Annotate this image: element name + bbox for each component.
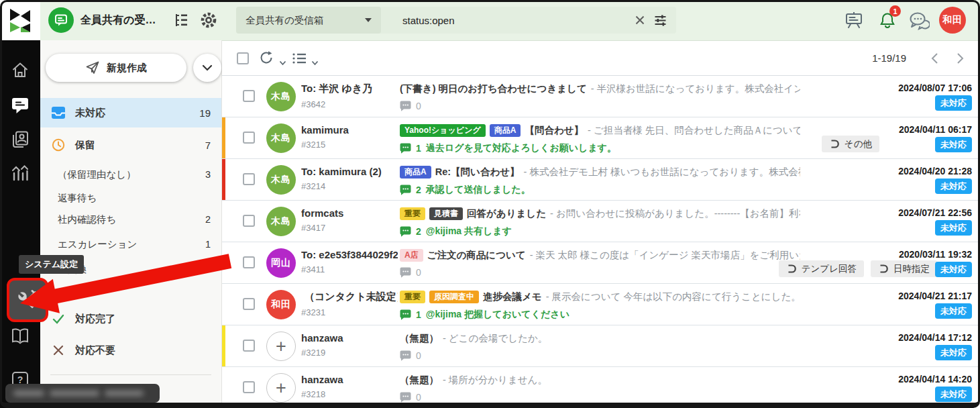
home-icon[interactable] [10, 60, 30, 83]
ticket-main: A店ご注文の商品について - 楽天 太郎 様この度は「インゲージ 楽天市場店」を… [400, 248, 800, 278]
category-chip[interactable]: テンプレ回答 [779, 260, 864, 277]
row-checkbox[interactable] [243, 256, 255, 268]
paper-plane-icon [85, 60, 100, 75]
ticket-row[interactable]: 木島 To: 半沢 ゆき乃 #3642 (下書き) 明日のお打ち合わせにつきまし… [222, 76, 980, 117]
refresh-icon[interactable] [259, 50, 274, 68]
folder-tree-icon[interactable] [173, 12, 189, 31]
comment-count: 2 [416, 185, 421, 195]
ticket-row[interactable]: + hanzawa #3218 （無題） - 場所が分かりません。 [222, 367, 980, 408]
ticket-row[interactable]: + hanzawa #3219 （無題） - どこの会場でしたか。 [222, 325, 980, 367]
ticket-contact: hanzawa #3219 [301, 332, 398, 358]
folder-item-internal-confirmation[interactable]: 社内確認待ち 2 [40, 209, 221, 230]
ticket-name-text: kamimura [301, 124, 349, 136]
row-checkbox[interactable] [243, 340, 255, 352]
row-checkbox[interactable] [243, 132, 255, 144]
folder-label: 未対応 [75, 107, 105, 119]
select-all-checkbox[interactable] [237, 52, 249, 64]
gear-icon[interactable] [200, 11, 217, 32]
next-page-icon[interactable] [957, 52, 964, 67]
row-stripe [222, 242, 225, 283]
subject-line: （無題） - どこの会場でしたか。 [400, 332, 800, 346]
user-avatar[interactable]: 和田 [939, 7, 966, 34]
ticket-contact: formcats #3417 [301, 207, 398, 233]
folder-item-done[interactable]: 対応完了 [40, 307, 221, 331]
comment-text: 承認して送信しました。 [426, 184, 531, 196]
row-checkbox[interactable] [243, 173, 255, 185]
row-checkbox[interactable] [243, 215, 255, 227]
row-stripe [222, 325, 225, 366]
folder-label: 対応完了 [75, 313, 115, 325]
folder-item-waiting-reply[interactable]: 返事待ち [40, 188, 221, 208]
ticket-row[interactable]: 岡山 To: e2e53f3844029f2b12e #3411 A店ご注文の商… [222, 242, 980, 284]
comment-bubble-icon [400, 226, 411, 237]
status-badge: 未対応 [935, 137, 972, 152]
folder-item-on-hold[interactable]: 保留 7 [40, 130, 221, 160]
ticket-snippet: - 展示会について 今年は以下の内容にて行うことにした。 *ー*ー*ー*ー*ー*… [546, 291, 800, 303]
category-chip[interactable]: 日時指定 [871, 260, 937, 277]
search-bar: 全員共有の受信箱 [236, 7, 676, 34]
analytics-icon[interactable] [10, 163, 30, 186]
category-tag-icon [878, 264, 889, 274]
folder-item-open[interactable]: 未対応 19 [40, 98, 221, 128]
folder-item-no-hold-reason[interactable]: （保留理由なし） 3 [40, 164, 221, 185]
sidebar-divider [50, 374, 211, 375]
tickets-icon[interactable] [10, 95, 30, 118]
bulletin-board-icon[interactable] [844, 11, 864, 32]
ticket-row[interactable]: 木島 To: kamimura (2) #3214 商品ARe:【問い合わせ】 … [222, 159, 980, 201]
address-book-icon[interactable] [10, 130, 30, 152]
folder-count: 3 [205, 169, 211, 180]
ticket-row[interactable]: 木島 kamimura #3215 Yahoo!ショッピング商品A【問合わせ】 … [222, 117, 980, 159]
ticket-date: 2024/04/11 06:17 [899, 124, 972, 135]
sort-list-icon[interactable] [292, 52, 307, 68]
row-checkbox[interactable] [243, 381, 255, 393]
inbox-selector-label: 全員共有の受信箱 [246, 14, 323, 27]
browser-statusbar-blurred [5, 384, 160, 403]
row-checkbox[interactable] [243, 90, 255, 102]
ticket-name-text: To: e2e53f3844029f2b12e [301, 249, 398, 260]
previous-page-icon[interactable] [931, 52, 938, 67]
compose-button[interactable]: 新規作成 [46, 54, 186, 82]
folder-item-no-action-needed[interactable]: 対応不要 [40, 338, 221, 362]
row-checkbox[interactable] [243, 298, 255, 310]
ticket-name: hanzawa [301, 332, 398, 344]
clear-search-icon[interactable] [635, 15, 645, 28]
folder-item-partially-hidden[interactable]: ス [40, 283, 221, 303]
manual-book-icon[interactable] [10, 327, 30, 348]
avatar: 木島 [266, 207, 296, 236]
row-stripe [222, 117, 225, 158]
ticket-snippet: - どこの会場でしたか。 [443, 332, 547, 345]
ticket-subject: 【問合わせ】 [525, 124, 584, 137]
ticket-main: Yahoo!ショッピング商品A【問合わせ】 - ご担当者様 先日、問合わせした商… [400, 123, 800, 154]
category-chip[interactable]: その他 [822, 136, 879, 152]
folder-count: 7 [205, 140, 211, 151]
folder-count: 19 [199, 107, 211, 119]
system-settings-icon[interactable] [7, 278, 48, 322]
system-settings-tooltip: システム設定 [19, 255, 84, 274]
comment-line: 1 過去ログを見て対応よろしくお願いします。 [400, 142, 800, 154]
folder-label: 返事待ち [58, 192, 97, 205]
chevron-down-icon[interactable] [279, 56, 286, 68]
comment-count: 1 [416, 143, 421, 154]
ticket-row[interactable]: 和田 （コンタクト未設定） #3231 重要原因調査中進捗会議メモ - 展示会に… [222, 284, 980, 325]
row-stripe [222, 367, 225, 408]
compose-more-button[interactable] [193, 54, 221, 82]
search-filter-icon[interactable] [654, 14, 667, 30]
chevron-down-icon[interactable] [311, 56, 319, 68]
pagination-label: 1-19/19 [872, 52, 906, 64]
app-logo[interactable] [0, 0, 40, 40]
chat-bubbles-icon[interactable] [908, 11, 930, 34]
row-stripe [222, 159, 225, 200]
folder-item-escalation[interactable]: エスカレーション 1 [40, 234, 221, 254]
ticket-snippet: - 半沢様お世話になっております。株式会社インゲージです。明日… [591, 83, 800, 95]
ticket-name: kamimura [301, 124, 398, 136]
category-chip-label: 日時指定 [893, 263, 930, 275]
ticket-name-text: formcats [301, 207, 343, 219]
ticket-date: 2024/04/14 17:12 [898, 332, 972, 343]
folder-label: （保留理由なし） [58, 168, 136, 181]
ticket-row[interactable]: 木島 formcats #3417 重要見積書回答がありました - お問い合わせ… [222, 201, 980, 242]
folder-label: エスカレーション [58, 238, 137, 251]
folder-count: 1 [205, 264, 211, 274]
category-chips: その他 [822, 136, 879, 152]
inbox-selector-dropdown[interactable]: 全員共有の受信箱 [236, 7, 381, 34]
ticket-label: 商品A [400, 166, 431, 178]
